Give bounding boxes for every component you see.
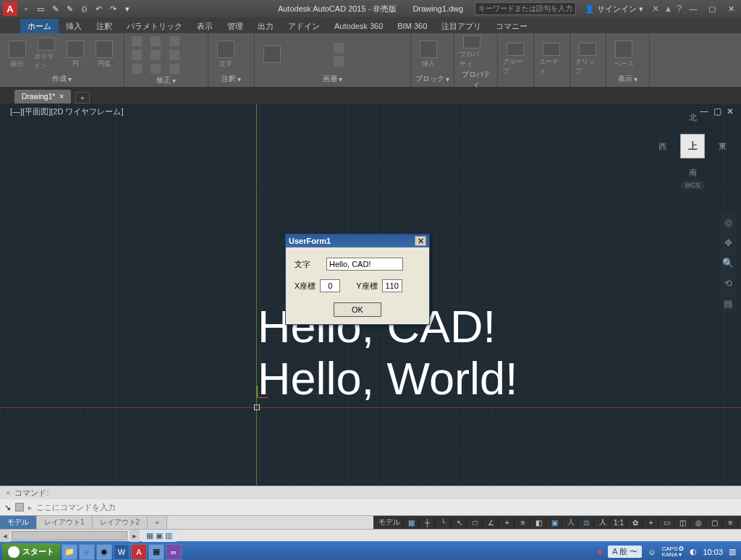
exchange-apps-icon[interactable]: ▲	[664, 4, 672, 14]
tab-bim360[interactable]: BIM 360	[390, 19, 434, 33]
osnap-toggle-icon[interactable]: □	[468, 517, 483, 529]
qat-saveas-icon[interactable]: ✎	[64, 3, 75, 14]
tab-insert[interactable]: 挿入	[59, 19, 89, 33]
qat-redo-icon[interactable]: ↷	[107, 3, 119, 14]
command-settings-icon[interactable]: ↘	[4, 503, 11, 512]
array-icon[interactable]	[166, 62, 182, 75]
nav-pan-icon[interactable]: ✥	[721, 235, 735, 250]
ime-tool-icon[interactable]: ☺	[648, 548, 656, 556]
horizontal-scrollbar[interactable]: ◄ ► ▦ ▣ ▥	[0, 529, 741, 541]
input-text[interactable]	[326, 258, 403, 271]
tray-autocad-icon[interactable]: ♥	[598, 548, 603, 556]
ok-button[interactable]: OK	[334, 302, 381, 317]
input-y[interactable]	[382, 279, 402, 292]
command-input[interactable]	[36, 501, 737, 513]
scroll-right-icon[interactable]: ►	[130, 530, 140, 542]
monitor-icon[interactable]: ▭	[660, 517, 674, 529]
vp-close-icon[interactable]: ✕	[725, 106, 735, 116]
taskbar-app-icon[interactable]: ▦	[148, 544, 164, 560]
doctab-drawing1[interactable]: Drawing1*×	[14, 90, 71, 103]
mirror-icon[interactable]	[148, 48, 164, 61]
dialog-titlebar[interactable]: UserForm1 ✕	[286, 234, 429, 247]
qat-save-icon[interactable]: ✎	[49, 3, 61, 14]
signin-button[interactable]: 👤 サインイン ▾	[580, 4, 648, 14]
help-search-input[interactable]: キーワードまたは語句を入力	[475, 2, 576, 15]
tab-annotate[interactable]: 注釈	[89, 19, 119, 33]
taskbar-explorer-icon[interactable]: 📁	[62, 544, 77, 560]
viewcube[interactable]: 北 西 上 東 南 WCS	[660, 115, 725, 195]
tab-view[interactable]: 表示	[190, 19, 220, 33]
qat-open-icon[interactable]: ▭	[35, 3, 46, 14]
layout-tab-2[interactable]: レイアウト2	[93, 516, 148, 529]
layer-prop-button[interactable]	[259, 37, 285, 72]
base-button[interactable]: ベース	[611, 37, 637, 72]
cad-text-2[interactable]: Hello, World!	[258, 352, 517, 404]
polar-toggle-icon[interactable]: ↖	[452, 517, 467, 529]
plus-icon[interactable]: +	[644, 517, 659, 529]
taskbar-ie-icon[interactable]: e	[79, 544, 95, 560]
viewport-label[interactable]: [―][平面図][2D ワイヤフレーム]	[10, 106, 123, 117]
nav-zoom-icon[interactable]: 🔍	[721, 255, 735, 270]
vp-restore-icon[interactable]: ▢	[712, 106, 722, 116]
cleanscreen-icon[interactable]: ▢	[708, 517, 722, 529]
help-icon[interactable]: ?	[677, 4, 682, 14]
rotate-icon[interactable]	[148, 35, 164, 48]
lwt-toggle-icon[interactable]: ≡	[516, 517, 530, 529]
qat-dropdown-icon[interactable]: ▾	[122, 3, 133, 14]
panel-annotation-label[interactable]: 注釈 ▾	[213, 74, 250, 85]
line-button[interactable]: 線分	[4, 37, 30, 72]
panel-block-label[interactable]: ブロック ▾	[415, 74, 449, 85]
move-icon[interactable]	[129, 35, 145, 48]
maximize-button[interactable]: ▢	[705, 3, 719, 14]
layer-state-dropdown[interactable]	[288, 41, 389, 54]
qat-new-icon[interactable]: ▫	[20, 3, 32, 14]
isolate-icon[interactable]: ◫	[676, 517, 690, 529]
tab-output[interactable]: 出力	[250, 19, 281, 33]
qat-undo-icon[interactable]: ↶	[93, 3, 104, 14]
layer-list-dropdown[interactable]	[288, 55, 389, 68]
panel-layers-label[interactable]: 画層 ▾	[259, 74, 406, 85]
tab-parametric[interactable]: パラメトリック	[119, 19, 190, 33]
viewport[interactable]: Hello, CAD! Hello, World! [―][平面図][2D ワイ…	[0, 103, 741, 485]
otrack-toggle-icon[interactable]: ∠	[484, 517, 499, 529]
tab-home[interactable]: ホーム	[20, 19, 59, 33]
properties-button[interactable]: プロパティ	[459, 35, 485, 69]
taskbar-chrome-icon[interactable]: ◉	[96, 544, 112, 560]
vp-minimize-icon[interactable]: —	[699, 106, 709, 116]
dialog-close-button[interactable]: ✕	[415, 236, 426, 246]
add-tab-button[interactable]: +	[75, 92, 90, 103]
tab-featured[interactable]: 注目アプリ	[434, 19, 488, 33]
tpy-toggle-icon[interactable]: ◧	[532, 517, 546, 529]
hardware-icon[interactable]: ◎	[692, 517, 706, 529]
tab-manage[interactable]: 管理	[220, 19, 250, 33]
taskbar-autocad-icon[interactable]: A	[131, 544, 147, 560]
layout-tab-add[interactable]: +	[148, 516, 167, 529]
panel-view-label[interactable]: 表示 ▾	[611, 74, 645, 85]
ime-toolbar[interactable]: ▦ ▣ ▥	[142, 530, 177, 542]
dyn-toggle-icon[interactable]: +	[500, 517, 515, 529]
viewcube-top[interactable]: 上	[680, 134, 705, 158]
person-icon[interactable]: 人	[564, 517, 578, 529]
snap-toggle-icon[interactable]: ┼	[420, 517, 435, 529]
nav-orbit-icon[interactable]: ⟲	[721, 276, 735, 290]
minimize-button[interactable]: —	[686, 3, 700, 14]
scale-icon[interactable]	[148, 62, 164, 75]
taskbar-word-icon[interactable]: W	[114, 544, 130, 560]
customize-icon[interactable]: ≡	[724, 517, 738, 529]
nav-showmotion-icon[interactable]: ▤	[721, 296, 735, 310]
close-button[interactable]: ✕	[724, 3, 738, 14]
panel-modify-label[interactable]: 修正 ▾	[129, 75, 203, 87]
qat-plot-icon[interactable]: ⎙	[78, 3, 90, 14]
tab-a360[interactable]: Autodesk 360	[327, 19, 390, 33]
taskbar-vs-icon[interactable]: ∞	[166, 544, 182, 560]
text-button[interactable]: 文字	[213, 37, 239, 72]
circle-button[interactable]: 円	[62, 37, 88, 72]
annoscale-icon[interactable]: ⚖	[580, 517, 594, 529]
command-close-icon[interactable]: ×	[6, 488, 10, 497]
scale-display[interactable]: 1:1	[611, 517, 627, 529]
stretch-icon[interactable]	[129, 62, 145, 75]
qp-toggle-icon[interactable]: ▣	[548, 517, 562, 529]
ime-badge[interactable]: A 般 〜	[608, 546, 642, 558]
ortho-toggle-icon[interactable]: └	[436, 517, 451, 529]
exchange-icon[interactable]: ✕	[652, 4, 659, 14]
